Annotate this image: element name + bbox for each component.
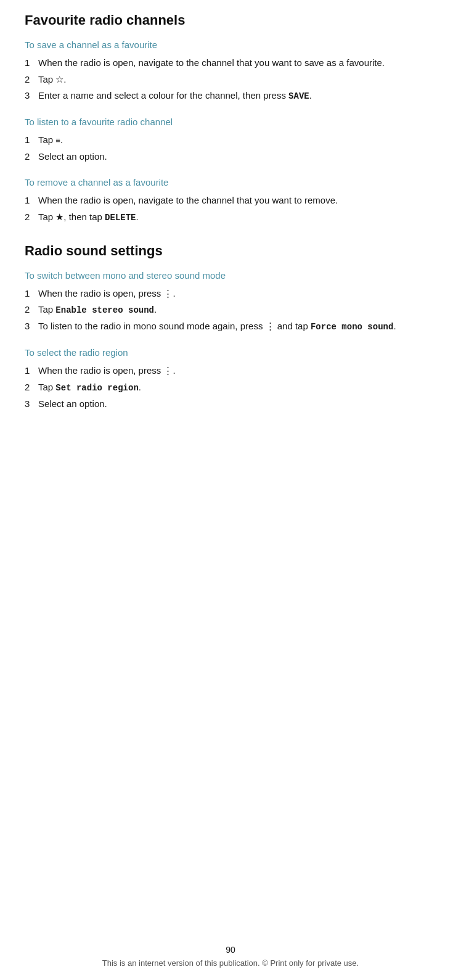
step-number: 3 — [25, 397, 38, 411]
step-number: 1 — [25, 287, 38, 301]
star-empty-icon: ☆ — [55, 74, 63, 84]
subsection-title-save: To save a channel as a favourite — [25, 39, 436, 50]
list-item: 2 Tap Enable stereo sound. — [25, 303, 436, 317]
step-number: 2 — [25, 303, 38, 317]
more-options-icon-3: ⋮ — [163, 365, 173, 376]
step-number: 2 — [25, 210, 38, 224]
step-text: Tap ≡. — [38, 133, 436, 147]
list-item: 1 When the radio is open, press ⋮. — [25, 287, 436, 301]
step-number: 2 — [25, 381, 38, 395]
step-text: Tap Enable stereo sound. — [38, 303, 436, 317]
step-number: 3 — [25, 89, 38, 103]
step-text: When the radio is open, navigate to the … — [38, 194, 436, 208]
step-number: 3 — [25, 319, 38, 334]
steps-region: 1 When the radio is open, press ⋮. 2 Tap… — [25, 364, 436, 411]
step-number: 2 — [25, 150, 38, 164]
step-text: When the radio is open, press ⋮. — [38, 287, 436, 301]
list-item: 1 When the radio is open, navigate to th… — [25, 194, 436, 208]
step-text: Select an option. — [38, 150, 436, 164]
page-content: Favourite radio channels To save a chann… — [0, 0, 461, 474]
step-number: 2 — [25, 73, 38, 87]
list-item: 1 Tap ≡. — [25, 133, 436, 147]
list-item: 2 Tap ☆. — [25, 73, 436, 87]
subsection-select-radio-region: To select the radio region 1 When the ra… — [25, 347, 436, 411]
subsection-title-remove: To remove a channel as a favourite — [25, 177, 436, 187]
list-item: 2 Tap Set radio region. — [25, 381, 436, 395]
section-title-sound-settings: Radio sound settings — [25, 243, 436, 259]
steps-save: 1 When the radio is open, navigate to th… — [25, 56, 436, 103]
more-options-icon-2: ⋮ — [266, 321, 275, 331]
step-number: 1 — [25, 133, 38, 147]
footer-note: This is an internet version of this publ… — [0, 958, 461, 968]
set-radio-region-keyword: Set radio region — [55, 383, 138, 393]
steps-switch: 1 When the radio is open, press ⋮. 2 Tap… — [25, 287, 436, 334]
list-item: 1 When the radio is open, navigate to th… — [25, 56, 436, 70]
step-text: Tap ★, then tap DELETE. — [38, 210, 436, 224]
step-text: To listen to the radio in mono sound mod… — [38, 319, 436, 334]
step-text: Enter a name and select a colour for the… — [38, 89, 436, 103]
step-number: 1 — [25, 194, 38, 208]
menu-icon: ≡ — [55, 136, 60, 145]
subsection-title-listen: To listen to a favourite radio channel — [25, 117, 436, 127]
step-text: Select an option. — [38, 397, 436, 411]
list-item: 1 When the radio is open, press ⋮. — [25, 364, 436, 378]
page-number: 90 — [0, 945, 461, 955]
subsection-switch-mono-stereo: To switch between mono and stereo sound … — [25, 270, 436, 334]
list-item: 2 Tap ★, then tap DELETE. — [25, 210, 436, 224]
force-mono-keyword: Force mono sound — [311, 322, 393, 332]
list-item: 3 Enter a name and select a colour for t… — [25, 89, 436, 103]
save-keyword: SAVE — [288, 91, 309, 101]
step-number: 1 — [25, 56, 38, 70]
list-item: 3 Select an option. — [25, 397, 436, 411]
step-text: Tap ☆. — [38, 73, 436, 87]
list-item: 3 To listen to the radio in mono sound m… — [25, 319, 436, 334]
subsection-remove-channel: To remove a channel as a favourite 1 Whe… — [25, 177, 436, 224]
star-filled-icon: ★ — [55, 212, 63, 222]
delete-keyword: DELETE — [105, 213, 136, 223]
page-footer: 90 This is an internet version of this p… — [0, 945, 461, 968]
steps-listen: 1 Tap ≡. 2 Select an option. — [25, 133, 436, 163]
list-item: 2 Select an option. — [25, 150, 436, 164]
subsection-title-region: To select the radio region — [25, 347, 436, 358]
section-title-favourite: Favourite radio channels — [25, 12, 436, 28]
more-options-icon: ⋮ — [163, 288, 173, 299]
subsection-title-switch: To switch between mono and stereo sound … — [25, 270, 436, 281]
step-text: When the radio is open, navigate to the … — [38, 56, 436, 70]
step-number: 1 — [25, 364, 38, 378]
subsection-save-channel: To save a channel as a favourite 1 When … — [25, 39, 436, 103]
step-text: Tap Set radio region. — [38, 381, 436, 395]
subsection-listen-favourite: To listen to a favourite radio channel 1… — [25, 117, 436, 163]
step-text: When the radio is open, press ⋮. — [38, 364, 436, 378]
enable-stereo-keyword: Enable stereo sound — [55, 305, 154, 315]
steps-remove: 1 When the radio is open, navigate to th… — [25, 194, 436, 224]
